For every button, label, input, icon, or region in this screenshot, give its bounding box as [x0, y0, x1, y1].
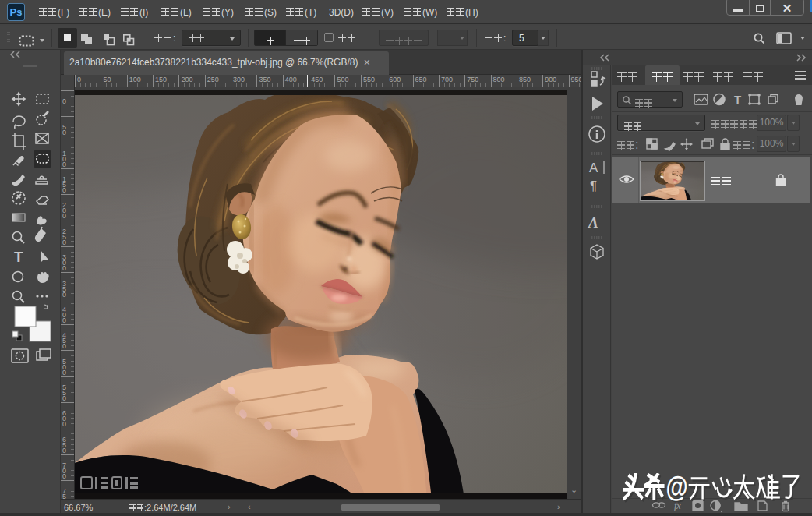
svg-text:T: T — [14, 249, 23, 265]
svg-text:A: A — [589, 161, 598, 175]
svg-text:A: A — [588, 214, 598, 231]
svg-text:@: @ — [665, 473, 687, 504]
svg-text:T: T — [734, 93, 741, 106]
svg-text:¶: ¶ — [590, 178, 597, 193]
